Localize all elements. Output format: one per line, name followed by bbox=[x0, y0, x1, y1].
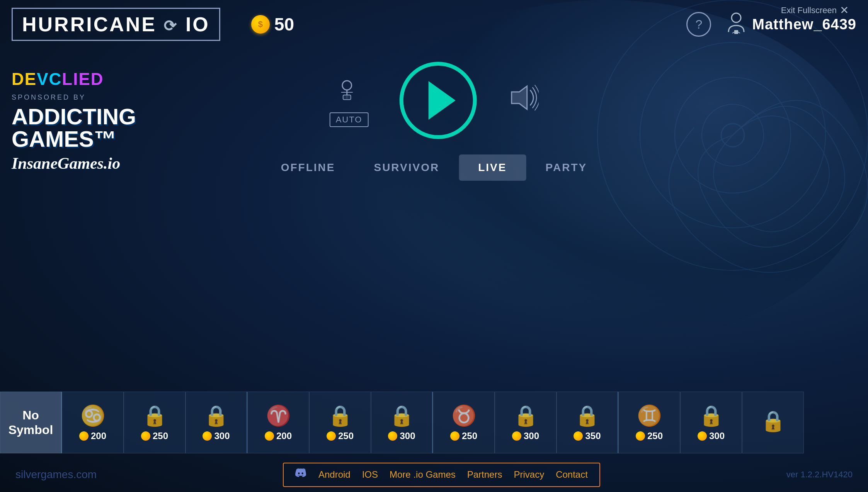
silvergames-label: silvergames.com bbox=[15, 468, 97, 481]
coins-count: 50 bbox=[274, 14, 294, 35]
skin-locked-350[interactable]: 🔒 350 bbox=[557, 392, 618, 453]
username: Matthew_6439 bbox=[752, 16, 856, 33]
sound-button[interactable] bbox=[507, 84, 538, 117]
lock-icon: 🔒 bbox=[761, 409, 786, 433]
taurus-symbol: ♉ bbox=[451, 404, 477, 428]
version-label: ver 1.2.2.HV1420 bbox=[786, 470, 853, 480]
svg-marker-11 bbox=[511, 86, 527, 109]
skin-cancer[interactable]: ♋ 200 bbox=[62, 392, 124, 453]
logo-text: HURRICANE ⟳ io bbox=[22, 13, 210, 36]
contact-link[interactable]: Contact bbox=[556, 469, 588, 480]
skin-aries[interactable]: ♈ 200 bbox=[247, 392, 309, 453]
skin-locked-300d[interactable]: 🔒 300 bbox=[680, 392, 742, 453]
android-link[interactable]: Android bbox=[318, 469, 351, 480]
coin-icon bbox=[79, 431, 89, 441]
coin-icon bbox=[450, 431, 460, 441]
auto-icon bbox=[334, 74, 364, 109]
auto-label: AUTO bbox=[330, 112, 369, 127]
coins-display: $ 50 bbox=[251, 14, 294, 35]
skin-price: 250 bbox=[450, 431, 477, 441]
skin-locked-300b[interactable]: 🔒 300 bbox=[371, 392, 433, 453]
left-sidebar: DEVCLIED SPONSORED BY ADDICTING GAMES™ I… bbox=[12, 70, 136, 173]
lock-icon: 🔒 bbox=[389, 404, 414, 428]
skin-price: 350 bbox=[574, 431, 601, 441]
privacy-link[interactable]: Privacy bbox=[514, 469, 544, 480]
ios-link[interactable]: IOS bbox=[362, 469, 378, 480]
coin-icon bbox=[265, 431, 274, 441]
top-bar: HURRICANE ⟳ io $ 50 ? Matthew_ bbox=[0, 0, 868, 49]
skin-price: 200 bbox=[265, 431, 292, 441]
skin-partial[interactable]: 🔒 bbox=[742, 392, 804, 453]
center-area: AUTO OFFLINE SURVIVOR LIVE PARTY bbox=[262, 62, 607, 181]
sponsored-by-label: SPONSORED BY bbox=[12, 93, 136, 102]
exit-fullscreen-button[interactable]: Exit Fullscreen ✕ bbox=[781, 4, 849, 17]
coin-icon bbox=[388, 431, 397, 441]
more-io-link[interactable]: More .io Games bbox=[390, 469, 456, 480]
skin-locked-300a[interactable]: 🔒 300 bbox=[186, 392, 247, 453]
lock-icon: 🔒 bbox=[142, 404, 167, 428]
partners-link[interactable]: Partners bbox=[467, 469, 502, 480]
skin-gemini[interactable]: ♊ 250 bbox=[618, 392, 680, 453]
skin-price: 300 bbox=[203, 431, 230, 441]
skin-locked-300c[interactable]: 🔒 300 bbox=[495, 392, 557, 453]
tab-live[interactable]: LIVE bbox=[459, 154, 526, 181]
coin-icon bbox=[141, 431, 150, 441]
skin-locked-250a[interactable]: 🔒 250 bbox=[124, 392, 186, 453]
coin-icon bbox=[698, 431, 707, 441]
skin-price: 250 bbox=[327, 431, 354, 441]
addicting-games-logo: ADDICTING GAMES™ bbox=[12, 105, 136, 150]
skin-no-symbol[interactable]: NoSymbol bbox=[0, 392, 62, 453]
skin-price: 300 bbox=[698, 431, 725, 441]
auto-button[interactable]: AUTO bbox=[330, 74, 369, 127]
game-controls: AUTO bbox=[330, 62, 539, 139]
coin-icon bbox=[512, 431, 521, 441]
tab-party[interactable]: PARTY bbox=[526, 154, 606, 181]
gemini-symbol: ♊ bbox=[637, 404, 662, 428]
close-icon: ✕ bbox=[840, 4, 849, 17]
skin-locked-250b[interactable]: 🔒 250 bbox=[309, 392, 371, 453]
help-button[interactable]: ? bbox=[686, 12, 711, 37]
footer: silvergames.com Android IOS More .io Gam… bbox=[0, 457, 868, 492]
lock-icon: 🔒 bbox=[513, 404, 538, 428]
lock-icon: 🔒 bbox=[699, 404, 724, 428]
play-icon bbox=[428, 81, 455, 120]
play-button[interactable] bbox=[399, 62, 477, 139]
discord-icon bbox=[295, 468, 307, 482]
insanegames-logo: InsaneGames.io bbox=[12, 154, 136, 173]
devclied-logo: DEVCLIED bbox=[12, 70, 136, 89]
user-avatar-icon bbox=[727, 11, 746, 38]
exit-fullscreen-label: Exit Fullscreen bbox=[781, 5, 837, 15]
skin-price: 300 bbox=[512, 431, 539, 441]
skin-price: 300 bbox=[388, 431, 415, 441]
lock-icon: 🔒 bbox=[204, 404, 229, 428]
coin-icon: $ bbox=[251, 15, 270, 34]
skin-price: 250 bbox=[141, 431, 168, 441]
footer-links: Android IOS More .io Games Partners Priv… bbox=[283, 463, 600, 487]
aries-symbol: ♈ bbox=[266, 404, 291, 428]
skin-selector: NoSymbol ♋ 200 🔒 250 🔒 300 bbox=[0, 392, 868, 453]
game-logo: HURRICANE ⟳ io bbox=[12, 8, 220, 41]
coin-icon bbox=[327, 431, 336, 441]
lock-icon: 🔒 bbox=[575, 404, 600, 428]
mode-tabs: OFFLINE SURVIVOR LIVE PARTY bbox=[262, 154, 607, 181]
coin-icon bbox=[203, 431, 212, 441]
no-symbol-label: NoSymbol bbox=[9, 408, 53, 438]
svg-point-7 bbox=[342, 81, 352, 90]
coin-icon bbox=[636, 431, 645, 441]
skin-price: 250 bbox=[636, 431, 663, 441]
skin-price: 200 bbox=[79, 431, 106, 441]
svg-rect-9 bbox=[343, 95, 351, 100]
tab-offline[interactable]: OFFLINE bbox=[262, 154, 355, 181]
coin-icon bbox=[574, 431, 583, 441]
skin-taurus[interactable]: ♉ 250 bbox=[433, 392, 495, 453]
svg-point-5 bbox=[732, 13, 741, 22]
tab-survivor[interactable]: SURVIVOR bbox=[354, 154, 459, 181]
lock-icon: 🔒 bbox=[328, 404, 353, 428]
cancer-symbol: ♋ bbox=[80, 404, 106, 428]
